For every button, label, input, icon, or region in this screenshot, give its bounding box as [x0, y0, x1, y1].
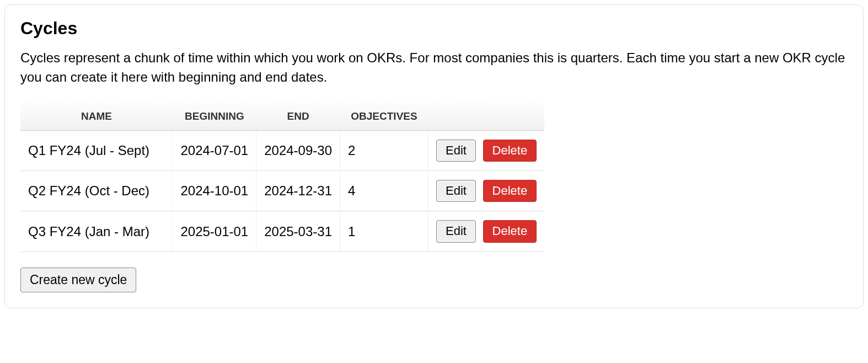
edit-button[interactable]: Edit — [436, 180, 476, 202]
delete-button[interactable]: Delete — [483, 220, 537, 242]
cell-actions: Edit Delete — [428, 170, 544, 211]
cell-name: Q3 FY24 (Jan - Mar) — [20, 211, 173, 252]
cell-beginning: 2024-10-01 — [173, 170, 256, 211]
cell-objectives: 1 — [340, 211, 428, 252]
cell-end: 2024-09-30 — [256, 130, 340, 170]
cell-name: Q1 FY24 (Jul - Sept) — [20, 130, 173, 170]
cycles-description: Cycles represent a chunk of time within … — [20, 49, 848, 87]
cell-objectives: 4 — [340, 170, 428, 211]
col-header-end: End — [256, 103, 340, 131]
table-row: Q3 FY24 (Jan - Mar) 2025-01-01 2025-03-3… — [20, 211, 544, 252]
cell-actions: Edit Delete — [428, 130, 544, 170]
cell-end: 2024-12-31 — [256, 170, 340, 211]
delete-button[interactable]: Delete — [483, 180, 537, 202]
delete-button[interactable]: Delete — [483, 140, 537, 162]
cycles-panel: Cycles Cycles represent a chunk of time … — [4, 4, 864, 308]
cell-beginning: 2025-01-01 — [173, 211, 256, 252]
col-header-actions — [428, 103, 544, 131]
col-header-beginning: Beginning — [173, 103, 256, 131]
page-title: Cycles — [20, 18, 848, 39]
cell-end: 2025-03-31 — [256, 211, 340, 252]
create-new-cycle-button[interactable]: Create new cycle — [20, 268, 136, 292]
cell-objectives: 2 — [340, 130, 428, 170]
cycles-table: Name Beginning End Objectives Q1 FY24 (J… — [20, 103, 544, 252]
table-row: Q1 FY24 (Jul - Sept) 2024-07-01 2024-09-… — [20, 130, 544, 170]
cell-name: Q2 FY24 (Oct - Dec) — [20, 170, 173, 211]
cell-beginning: 2024-07-01 — [173, 130, 256, 170]
table-row: Q2 FY24 (Oct - Dec) 2024-10-01 2024-12-3… — [20, 170, 544, 211]
edit-button[interactable]: Edit — [436, 140, 476, 162]
col-header-name: Name — [20, 103, 173, 131]
cell-actions: Edit Delete — [428, 211, 544, 252]
edit-button[interactable]: Edit — [436, 220, 476, 242]
col-header-objectives: Objectives — [340, 103, 428, 131]
